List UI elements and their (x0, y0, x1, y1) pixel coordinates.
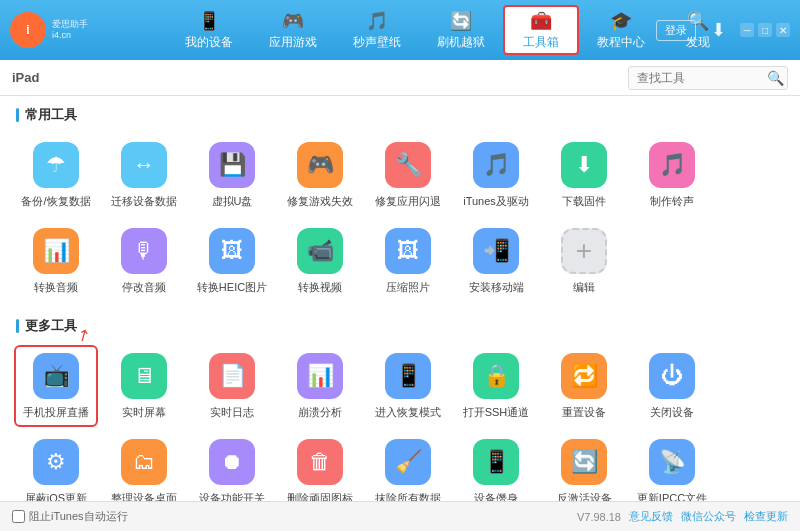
backup-restore-icon: ☂ (33, 142, 79, 188)
del-system-app-icon: 🗑 (297, 439, 343, 485)
recovery-mode-icon: 📱 (385, 353, 431, 399)
recovery-mode-label: 进入恢复模式 (375, 405, 441, 419)
feedback-button[interactable]: 意见反馈 (629, 509, 673, 524)
logo-icon: i (10, 12, 46, 48)
flash-icon: 🔄 (450, 10, 472, 32)
tool-shutdown[interactable]: ⏻ 关闭设备 (632, 347, 712, 425)
tool-screen-live[interactable]: ↙ 📺 手机投屏直播 (16, 347, 96, 425)
tool-device-func[interactable]: ⏺ 设备功能开关 (192, 433, 272, 501)
fix-game-icon: 🎮 (297, 142, 343, 188)
itunes-driver-label: iTunes及驱动 (463, 194, 529, 208)
more-tools-section-title: 更多工具 (16, 317, 784, 335)
convert-video-label: 转换视频 (298, 280, 342, 294)
tool-migrate[interactable]: ↔ 迁移设备数据 (104, 136, 184, 214)
open-ssh-label: 打开SSH通道 (463, 405, 530, 419)
anti-activate-icon: 🔄 (561, 439, 607, 485)
tool-open-ssh[interactable]: 🔒 打开SSH通道 (456, 347, 536, 425)
download-fw-icon: ⬇ (561, 142, 607, 188)
itunes-checkbox[interactable] (12, 510, 25, 523)
tool-download-fw[interactable]: ⬇ 下载固件 (544, 136, 624, 214)
convert-audio-label: 转换音频 (34, 280, 78, 294)
nav-label-toolbox: 工具箱 (523, 34, 559, 51)
del-system-app-label: 删除顽固图标 (287, 491, 353, 501)
ringtone-icon: 🎵 (649, 142, 695, 188)
toolbox-icon: 🧰 (530, 10, 552, 32)
tool-ringtone[interactable]: 🎵 制作铃声 (632, 136, 712, 214)
device-func-label: 设备功能开关 (199, 491, 265, 501)
tool-virtual-udisk[interactable]: 💾 虚拟U盘 (192, 136, 272, 214)
tool-realtime-log[interactable]: 📄 实时日志 (192, 347, 272, 425)
nav-label-apps: 应用游戏 (269, 34, 317, 51)
device-func-icon: ⏺ (209, 439, 255, 485)
tool-update-ipcc[interactable]: 📡 更新IPCC文件 (632, 433, 712, 501)
erase-data-label: 抹除所有数据 (375, 491, 441, 501)
tool-reset-device[interactable]: 🔁 重置设备 (544, 347, 624, 425)
convert-audio-icon: 📊 (33, 228, 79, 274)
minimize-button[interactable]: ─ (740, 23, 754, 37)
edit-label: 编辑 (573, 280, 595, 294)
reset-device-icon: 🔁 (561, 353, 607, 399)
tool-modify-audio[interactable]: 🎙 停改音频 (104, 222, 184, 300)
tool-crash-analyze[interactable]: 📊 崩溃分析 (280, 347, 360, 425)
tool-del-system-app[interactable]: 🗑 删除顽固图标 (280, 433, 360, 501)
tool-fix-app[interactable]: 🔧 修复应用闪退 (368, 136, 448, 214)
tool-backup-restore[interactable]: ☂ 备份/恢复数据 (16, 136, 96, 214)
nav-item-toolbox[interactable]: 🧰 工具箱 (503, 5, 579, 55)
nav-item-wallpaper[interactable]: 🎵 秒声壁纸 (335, 5, 419, 55)
migrate-label: 迁移设备数据 (111, 194, 177, 208)
tool-heic-convert[interactable]: 🖼 转换HEIC图片 (192, 222, 272, 300)
compress-img-label: 压缩照片 (386, 280, 430, 294)
realtime-screen-icon: 🖥 (121, 353, 167, 399)
svg-text:i: i (26, 23, 29, 37)
update-ipcc-label: 更新IPCC文件 (637, 491, 707, 501)
reset-device-label: 重置设备 (562, 405, 606, 419)
anti-activate-label: 反激活设备 (557, 491, 612, 501)
tool-realtime-screen[interactable]: 🖥 实时屏幕 (104, 347, 184, 425)
tool-fix-game[interactable]: 🎮 修复游戏失效 (280, 136, 360, 214)
sub-navigation: iPad 🔍 (0, 60, 800, 96)
tool-compress-img[interactable]: 🖼 压缩照片 (368, 222, 448, 300)
screen-live-label: 手机投屏直播 (23, 405, 89, 419)
tool-edit[interactable]: + 编辑 (544, 222, 624, 300)
window-controls: ─ □ ✕ (740, 23, 790, 37)
compress-img-icon: 🖼 (385, 228, 431, 274)
update-button[interactable]: 检查更新 (744, 509, 788, 524)
common-tools-section-title: 常用工具 (16, 106, 784, 124)
open-ssh-icon: 🔒 (473, 353, 519, 399)
maximize-button[interactable]: □ (758, 23, 772, 37)
tool-itunes-driver[interactable]: 🎵 iTunes及驱动 (456, 136, 536, 214)
nav-item-flash[interactable]: 🔄 刷机越狱 (419, 5, 503, 55)
search-icon[interactable]: 🔍 (767, 70, 784, 86)
itunes-checkbox-label: 阻止iTunes自动运行 (29, 509, 128, 524)
search-input[interactable] (637, 71, 767, 85)
tool-install-app[interactable]: 📲 安装移动端 (456, 222, 536, 300)
organize-desktop-icon: 🗂 (121, 439, 167, 485)
wechat-button[interactable]: 微信公众号 (681, 509, 736, 524)
nav-item-apps-games[interactable]: 🎮 应用游戏 (251, 5, 335, 55)
download-button[interactable]: ⬇ (704, 16, 732, 44)
login-button[interactable]: 登录 (656, 20, 696, 41)
tool-convert-video[interactable]: 📹 转换视频 (280, 222, 360, 300)
screen-live-icon: 📺 (33, 353, 79, 399)
tool-recovery-mode[interactable]: 📱 进入恢复模式 (368, 347, 448, 425)
shutdown-label: 关闭设备 (650, 405, 694, 419)
tool-upgrade-ios[interactable]: ⚙ 屏蔽iOS更新 (16, 433, 96, 501)
upgrade-ios-label: 屏蔽iOS更新 (25, 491, 87, 501)
search-box[interactable]: 🔍 (628, 66, 788, 90)
device-transform-icon: 📱 (473, 439, 519, 485)
tool-erase-data[interactable]: 🧹 抹除所有数据 (368, 433, 448, 501)
tool-convert-audio[interactable]: 📊 转换音频 (16, 222, 96, 300)
nav-label-tutorial: 教程中心 (597, 34, 645, 51)
download-icon: ⬇ (711, 19, 726, 41)
erase-data-icon: 🧹 (385, 439, 431, 485)
close-button[interactable]: ✕ (776, 23, 790, 37)
nav-item-tutorial[interactable]: 🎓 教程中心 (579, 5, 663, 55)
tool-device-transform[interactable]: 📱 设备僭身 (456, 433, 536, 501)
fix-game-label: 修复游戏失效 (287, 194, 353, 208)
nav-item-my-device[interactable]: 📱 我的设备 (167, 5, 251, 55)
shutdown-icon: ⏻ (649, 353, 695, 399)
tool-anti-activate[interactable]: 🔄 反激活设备 (544, 433, 624, 501)
tool-organize-desktop[interactable]: 🗂 整理设备桌面 (104, 433, 184, 501)
itunes-auto-run-toggle[interactable]: 阻止iTunes自动运行 (12, 509, 128, 524)
modify-audio-icon: 🎙 (121, 228, 167, 274)
